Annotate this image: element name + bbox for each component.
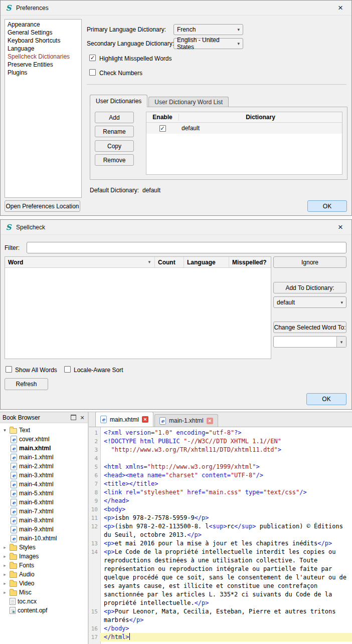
editor-tab-main-xhtml[interactable]: emain.xhtml	[95, 412, 153, 427]
tree-item-video[interactable]: Video	[0, 579, 88, 588]
code-editor[interactable]: 1<?xml version="1.0" encoding="utf-8"?>2…	[89, 427, 352, 644]
change-selected-word-button[interactable]: Change Selected Word To:	[273, 321, 346, 333]
check-numbers-checkbox[interactable]	[89, 69, 96, 76]
tab-close-icon[interactable]	[207, 418, 213, 424]
highlight-misspelled-checkbox[interactable]	[89, 55, 96, 61]
code-line[interactable]: 5<html xmlns="http://www.w3.org/1999/xht…	[89, 463, 352, 471]
tree-expander-icon[interactable]	[2, 581, 8, 586]
tree-item-main-6-xhtml[interactable]: emain-6.xhtml	[0, 498, 88, 507]
show-all-words-checkbox[interactable]	[6, 366, 12, 373]
prefs-category-keyboard-shortcuts[interactable]: Keyboard Shortcuts	[5, 37, 81, 45]
code-line[interactable]: 11<p>isbn 978-2-7578-5959-9</p>	[89, 514, 352, 522]
code-line[interactable]: 13<p>et mai 2016 pour la mise à jour et …	[89, 539, 352, 548]
column-header-language[interactable]: Language	[184, 257, 229, 267]
code-text[interactable]: <p>(isbn 978-2-02-113500-8. l<sup>rc</su…	[100, 522, 352, 539]
tree-expander-icon[interactable]	[2, 554, 8, 559]
close-icon[interactable]	[333, 3, 347, 13]
tree-item-main-5-xhtml[interactable]: emain-5.xhtml	[0, 489, 88, 498]
ok-button[interactable]: OK	[306, 393, 346, 405]
tree-expander-icon[interactable]	[2, 428, 8, 433]
code-text[interactable]: <p>et mai 2016 pour la mise à jour et le…	[100, 539, 352, 548]
primary-dictionary-select[interactable]: French	[173, 24, 243, 35]
tree-item-cover-xhtml[interactable]: ecover.xhtml	[0, 435, 88, 444]
prefs-category-plugins[interactable]: Plugins	[5, 69, 81, 77]
code-text[interactable]: <head><meta name="charset" content="UTF-…	[100, 471, 352, 480]
tree-item-styles[interactable]: Styles	[0, 543, 88, 552]
filter-input[interactable]	[27, 242, 346, 253]
prefs-category-list[interactable]: AppearanceGeneral SettingsKeyboard Short…	[5, 19, 82, 198]
editor-tab-main-1-xhtml[interactable]: emain-1.xhtml	[154, 414, 218, 427]
secondary-dictionary-select[interactable]: English - United States	[173, 38, 243, 49]
prefs-category-appearance[interactable]: Appearance	[5, 21, 81, 29]
change-word-combobox[interactable]	[273, 336, 346, 348]
tree-item-main-7-xhtml[interactable]: emain-7.xhtml	[0, 507, 88, 516]
add-button[interactable]: Add	[95, 112, 134, 123]
dictionary-select[interactable]: default	[273, 296, 346, 308]
code-text[interactable]: <link rel="stylesheet" href="main.css" t…	[100, 488, 352, 497]
tree-expander-icon[interactable]	[2, 563, 8, 568]
ignore-button[interactable]: Ignore	[273, 256, 346, 268]
tree-item-main-4-xhtml[interactable]: emain-4.xhtml	[0, 480, 88, 489]
code-text[interactable]: <!DOCTYPE html PUBLIC "-//W3C//DTD XHTML…	[100, 437, 352, 446]
tree-item-main-2-xhtml[interactable]: emain-2.xhtml	[0, 462, 88, 471]
tab-user-dictionaries[interactable]: User Dictionaries	[90, 95, 147, 107]
book-browser-header[interactable]: Book Browser	[0, 412, 88, 423]
code-line[interactable]: 12<p>(isbn 978-2-02-113500-8. l<sup>rc</…	[89, 522, 352, 539]
tree-item-main-9-xhtml[interactable]: emain-9.xhtml	[0, 525, 88, 534]
tab-close-icon[interactable]	[142, 416, 148, 423]
code-text[interactable]: <?xml version="1.0" encoding="utf-8"?>	[100, 429, 352, 437]
code-text[interactable]	[100, 454, 352, 463]
tree-item-images[interactable]: Images	[0, 552, 88, 561]
code-line[interactable]: 7<title></title>	[89, 480, 352, 488]
tree-item-content-opf[interactable]: content.opf	[0, 606, 88, 615]
copy-button[interactable]: Copy	[95, 140, 134, 152]
prefs-category-spellcheck-dictionaries[interactable]: Spellcheck Dictionaries	[5, 53, 81, 61]
chevron-down-icon[interactable]	[336, 337, 346, 347]
tree-item-main-3-xhtml[interactable]: emain-3.xhtml	[0, 471, 88, 480]
spellcheck-word-table[interactable]: Word Count Language Misspelled?	[5, 256, 271, 359]
rename-button[interactable]: Rename	[95, 126, 134, 137]
column-header-enable[interactable]: Enable	[146, 114, 179, 121]
code-line[interactable]: 9</head>	[89, 497, 352, 505]
tree-item-main-10-xhtml[interactable]: emain-10.xhtml	[0, 534, 88, 543]
tree-item-main-8-xhtml[interactable]: emain-8.xhtml	[0, 516, 88, 525]
code-text[interactable]: <p>isbn 978-2-7578-5959-9</p>	[100, 514, 352, 522]
code-line[interactable]: 2<!DOCTYPE html PUBLIC "-//W3C//DTD XHTM…	[89, 437, 352, 446]
code-line[interactable]: 16</body>	[89, 624, 352, 633]
code-content[interactable]: 1<?xml version="1.0" encoding="utf-8"?>2…	[89, 427, 352, 641]
close-icon[interactable]	[333, 222, 347, 232]
code-text[interactable]: </body>	[100, 624, 352, 633]
spellcheck-titlebar[interactable]: S Spellcheck	[1, 220, 351, 235]
tree-item-toc-ncx[interactable]: toc.ncx	[0, 597, 88, 606]
code-line[interactable]: 17</html>	[89, 633, 352, 641]
code-line[interactable]: 3 "http://www.w3.org/TR/xhtml11/DTD/xhtm…	[89, 446, 352, 454]
table-row[interactable]: default	[146, 123, 342, 134]
open-preferences-location-button[interactable]: Open Preferences Location	[5, 200, 80, 212]
code-text[interactable]: <html xmlns="http://www.w3.org/1999/xhtm…	[100, 463, 352, 471]
tree-expander-icon[interactable]	[2, 545, 8, 550]
tree-item-main-1-xhtml[interactable]: emain-1.xhtml	[0, 453, 88, 462]
close-panel-icon[interactable]	[79, 414, 85, 422]
column-header-count[interactable]: Count	[155, 257, 184, 267]
tree-item-fonts[interactable]: Fonts	[0, 561, 88, 570]
ok-button[interactable]: OK	[307, 200, 347, 212]
tree-item-misc[interactable]: Misc	[0, 588, 88, 597]
column-header-dictionary[interactable]: Dictionary	[179, 114, 342, 121]
column-header-word[interactable]: Word	[5, 257, 155, 267]
tree-expander-icon[interactable]	[2, 590, 8, 595]
code-line[interactable]: 14<p>Le Code de la propriété intellectue…	[89, 548, 352, 607]
code-line[interactable]: 4	[89, 454, 352, 463]
column-header-misspelled[interactable]: Misspelled?	[229, 257, 271, 267]
code-text[interactable]: <body>	[100, 505, 352, 514]
code-text[interactable]: <title></title>	[100, 480, 352, 488]
add-to-dictionary-button[interactable]: Add To Dictionary:	[273, 282, 346, 293]
tree-expander-icon[interactable]	[2, 572, 8, 577]
code-line[interactable]: 10<body>	[89, 505, 352, 514]
tree-item-audio[interactable]: Audio	[0, 570, 88, 579]
prefs-category-language[interactable]: Language	[5, 45, 81, 53]
code-text[interactable]: <p>Le Code de la propriété intellectuell…	[100, 548, 352, 607]
locale-aware-sort-checkbox[interactable]	[64, 366, 71, 373]
code-text[interactable]: <p>Pour Leonor, Mata, Cecilia, Esteban, …	[100, 607, 352, 624]
undock-panel-icon[interactable]	[71, 415, 76, 420]
tree-item-text[interactable]: Text	[0, 426, 88, 435]
